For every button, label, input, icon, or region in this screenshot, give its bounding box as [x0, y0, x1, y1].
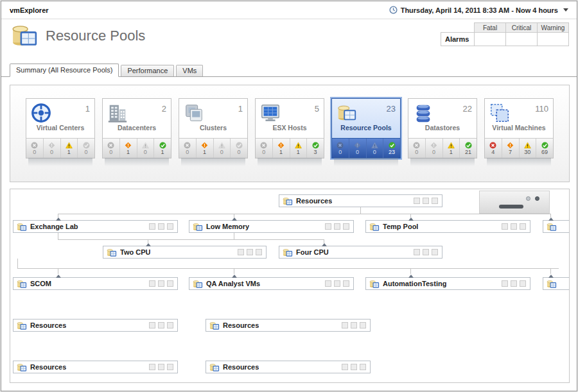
tree-node-resources[interactable]: Resources — [206, 319, 371, 332]
tree-node-resources[interactable]: Resources — [13, 319, 178, 332]
connector-line — [360, 207, 361, 214]
resource-pool-icon — [369, 222, 380, 232]
connector-arrow — [56, 275, 61, 278]
status-normal: 21 — [459, 139, 477, 158]
normal-icon — [83, 142, 90, 149]
warning-icon — [142, 142, 149, 149]
tile-virtual-machines[interactable]: 110 Virtual Machines 4 7 30 69 — [484, 98, 554, 158]
datastores-icon — [412, 102, 434, 123]
tile-count: 23 — [387, 104, 396, 123]
resource-pool-icon — [369, 279, 380, 289]
tree-node-temp-pool[interactable]: Temp Pool — [365, 220, 530, 233]
tab-vms[interactable]: VMs — [176, 65, 203, 76]
alarms-blank-cell — [441, 23, 475, 33]
status-fatal: 0 — [26, 139, 43, 158]
tree-node-label: Resources — [296, 197, 332, 205]
resource-pool-icon — [546, 222, 557, 232]
chevron-down-icon — [563, 8, 568, 12]
tree-node-clipped[interactable] — [543, 220, 570, 233]
normal-icon — [389, 142, 396, 149]
tile-label: Virtual Centers — [26, 124, 94, 132]
status-fatal: 0 — [179, 139, 196, 158]
tree-node-label: AutomationTesting — [383, 280, 446, 287]
resource-pool-icon — [282, 196, 293, 206]
tile-esx-hosts[interactable]: 5 ESX Hosts 0 1 1 3 — [255, 98, 324, 158]
status-warning: 30 — [519, 139, 536, 158]
datacenters-icon — [107, 102, 128, 123]
fatal-icon — [260, 142, 267, 149]
alarms-col-warning: Warning — [538, 23, 569, 33]
tile-datastores[interactable]: 22 Datastores 0 0 1 21 — [408, 98, 477, 158]
tree-node-label: Resources — [30, 363, 66, 371]
status-fatal: 0 — [256, 139, 272, 158]
esx-host-thumbnail[interactable] — [479, 191, 550, 214]
connector-arrow — [408, 275, 414, 278]
resource-pool-icon — [192, 279, 203, 289]
tile-count: 1 — [238, 104, 243, 123]
status-critical: 1 — [196, 139, 213, 158]
tile-label: Datastores — [408, 124, 477, 132]
tree-node-resources[interactable]: Resources — [13, 361, 178, 373]
status-warning: 0 — [213, 139, 231, 158]
connector-arrow — [232, 217, 237, 221]
status-warning: 0 — [137, 139, 154, 158]
status-squares — [149, 280, 173, 287]
top-bar: vmExplorer Thursday, April 14, 2011 8:33… — [1, 1, 577, 19]
status-squares — [502, 280, 526, 287]
status-critical: 0 — [349, 139, 366, 158]
status-squares — [414, 249, 438, 255]
warning-icon — [524, 142, 531, 149]
tree-node-four-cpu[interactable]: Four CPU — [279, 246, 442, 259]
tree-node-exchange-lab[interactable]: Exchange Lab — [13, 220, 178, 233]
status-warning: 0 — [366, 139, 383, 158]
connector-arrow — [146, 243, 151, 246]
connector-line — [410, 268, 411, 274]
status-critical: 0 — [43, 139, 60, 158]
warning-icon — [371, 142, 378, 149]
connector-line — [17, 268, 559, 269]
time-range-label: Thursday, April 14, 2011 8:33 AM - Now 4… — [401, 6, 558, 14]
status-critical: 7 — [502, 139, 519, 158]
tile-label: Datacenters — [103, 124, 171, 132]
tile-count: 1 — [85, 104, 90, 123]
tree-node-label: QA Analyst VMs — [206, 280, 260, 287]
tile-clusters[interactable]: 1 Clusters 0 1 0 0 — [179, 98, 248, 158]
server-slot — [499, 205, 523, 209]
tree-node-resources[interactable]: Resources — [206, 361, 371, 373]
tile-label: ESX Hosts — [256, 124, 324, 132]
tree-node-resources-root[interactable]: Resources — [279, 194, 442, 207]
tab-performance[interactable]: Performance — [121, 65, 174, 76]
tile-resource-pools[interactable]: 23 Resource Pools 0 0 0 23 — [331, 98, 401, 158]
tree-node-qa-analyst-vms[interactable]: QA Analyst VMs — [189, 277, 354, 290]
critical-icon — [125, 142, 132, 149]
critical-icon — [507, 142, 514, 149]
page-title: Resource Pools — [46, 28, 145, 44]
tree-node-scom[interactable]: SCOM — [13, 277, 178, 290]
status-normal: 0 — [230, 139, 247, 158]
status-squares — [238, 249, 262, 255]
tree-node-clipped[interactable] — [543, 277, 570, 290]
tree-node-label: Two CPU — [120, 248, 150, 256]
tree-node-two-cpu[interactable]: Two CPU — [103, 246, 267, 259]
status-squares — [342, 364, 366, 370]
tile-count: 22 — [463, 104, 472, 123]
server-knob-icon — [535, 196, 539, 201]
status-strip: 0 0 1 21 — [408, 138, 477, 158]
tree-node-low-memory[interactable]: Low Memory — [189, 220, 354, 233]
tile-virtual-centers[interactable]: 1 Virtual Centers 0 0 1 0 — [26, 98, 95, 158]
time-range-selector[interactable]: Thursday, April 14, 2011 8:33 AM - Now 4… — [389, 6, 568, 14]
tab-bar: Summary (All Resource Pools) Performance… — [1, 64, 577, 77]
clock-icon — [389, 6, 398, 14]
tab-summary[interactable]: Summary (All Resource Pools) — [10, 64, 119, 77]
connector-arrow — [548, 275, 554, 278]
warning-icon — [66, 142, 73, 149]
critical-icon — [48, 142, 55, 149]
connector-line — [234, 268, 234, 274]
status-squares — [502, 223, 526, 230]
alarms-col-critical: Critical — [506, 23, 538, 33]
normal-icon — [465, 142, 472, 149]
tree-node-automationtesting[interactable]: AutomationTesting — [365, 277, 530, 290]
alarms-row-label: Alarms — [441, 33, 475, 46]
tile-datacenters[interactable]: 2 Datacenters 0 1 0 1 — [102, 98, 171, 158]
status-squares — [149, 223, 173, 230]
